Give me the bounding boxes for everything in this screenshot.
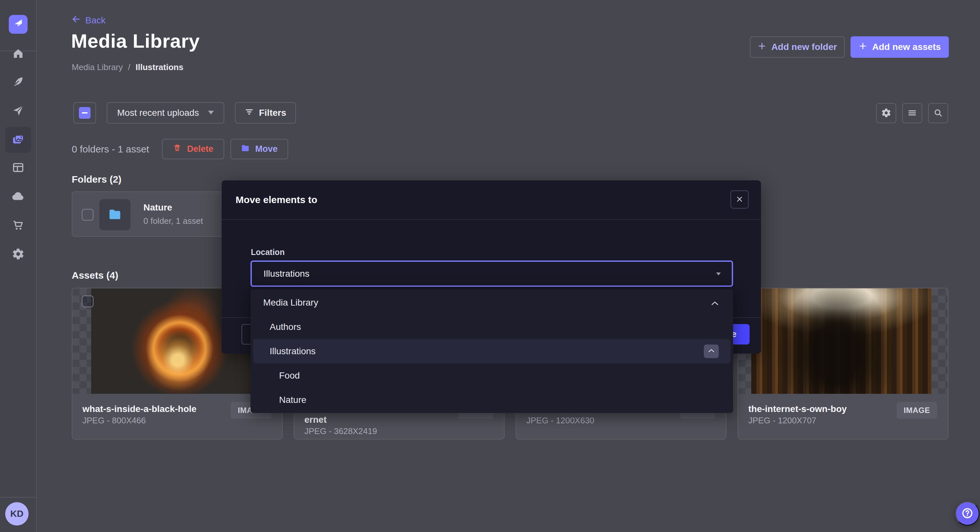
library-portrait-image [751,288,932,394]
chevron-up-icon [708,349,714,354]
search-button[interactable] [928,103,948,123]
media-library-page: KD Back Media Library Media Library / Il… [0,0,980,532]
sidebar-item-settings[interactable] [5,241,31,267]
sidebar-item-cloud[interactable] [5,184,31,210]
filter-icon [245,107,254,119]
search-icon [933,108,943,119]
add-new-folder-label: Add new folder [772,42,837,52]
cloud-icon [11,189,25,204]
paper-plane-icon [12,104,25,118]
filters-button[interactable]: Filters [235,102,296,124]
add-new-assets-button[interactable]: Add new assets [851,37,949,58]
breadcrumb-current: Illustrations [136,62,183,72]
folder-tile [99,199,130,230]
sort-value: Most recent uploads [117,108,199,118]
asset-meta: JPEG - 1200X630 [527,416,595,426]
plus-icon [859,42,867,52]
asset-type-badge: IMAGE [897,402,937,419]
add-new-assets-label: Add new assets [872,42,941,52]
breadcrumb-separator: / [128,62,130,72]
sidebar-item-home[interactable] [5,41,31,67]
folder-icon [241,143,250,155]
option-media-library[interactable]: Media Library [251,290,733,314]
folder-checkbox[interactable] [82,209,94,221]
asset-card-internet-own-boy[interactable]: the-internet-s-own-boy JPEG - 1200X707 I… [738,288,948,440]
option-food[interactable]: Food [251,363,733,387]
select-all-checkbox[interactable] [73,102,96,124]
asset-title: the-internet-s-own-boy [748,404,846,414]
chevron-up-icon[interactable] [711,297,719,308]
sort-select[interactable]: Most recent uploads [107,102,224,124]
gear-icon [12,248,25,262]
option-illustrations[interactable]: Illustrations [253,339,730,363]
asset-title: ernet [304,414,326,425]
modal-title: Move elements to [235,180,317,219]
breadcrumb: Media Library / Illustrations [72,62,183,72]
user-avatar[interactable]: KD [5,502,29,526]
sidebar-item-marketplace[interactable] [5,213,31,238]
folders-section-title: Folders (2) [72,174,121,185]
help-button[interactable] [955,502,979,526]
question-icon [961,507,974,521]
gear-icon [881,108,891,119]
close-icon [736,195,743,204]
list-view-button[interactable] [902,103,922,123]
location-select[interactable]: Illustrations [251,260,733,287]
list-icon [907,108,917,119]
option-label: Nature [279,395,306,405]
caret-down-icon [716,271,721,277]
folder-icon [108,207,122,222]
collapse-folder-button[interactable] [704,345,719,358]
option-label: Illustrations [270,346,316,357]
option-nature[interactable]: Nature [251,387,733,412]
delete-label: Delete [187,144,213,154]
asset-meta: JPEG - 800X466 [83,416,146,426]
location-label: Location [251,248,285,257]
option-label: Authors [270,322,301,332]
home-icon [12,47,25,61]
layout-icon [12,161,25,175]
trash-icon [173,143,182,155]
strapi-logo[interactable] [9,15,28,34]
location-select-value: Illustrations [264,268,310,279]
back-link[interactable]: Back [71,14,105,26]
modal-close-button[interactable] [730,191,749,209]
option-authors[interactable]: Authors [251,314,733,339]
selection-summary: 0 folders - 1 asset [72,139,149,159]
modal-header-divider [222,219,761,220]
asset-meta: JPEG - 3628X2419 [304,426,377,436]
view-settings-button[interactable] [876,103,896,123]
sidebar-item-content-manager[interactable] [5,155,31,181]
sidebar-item-content-writing[interactable] [5,69,31,95]
modal-header: Move elements to [222,180,761,219]
cart-icon [12,219,25,233]
folder-meta: 0 folder, 1 asset [143,216,203,226]
sidebar-divider-bottom [0,497,36,498]
user-initials: KD [10,509,23,519]
add-new-folder-button[interactable]: Add new folder [750,37,845,58]
move-label: Move [255,144,277,154]
delete-button[interactable]: Delete [162,139,224,159]
assets-section-title: Assets (4) [72,270,118,281]
asset-checkbox[interactable] [82,295,94,307]
sidebar-item-media-library[interactable] [5,127,31,153]
breadcrumb-parent[interactable]: Media Library [72,62,123,72]
filters-label: Filters [259,108,286,118]
caret-down-icon [208,111,214,116]
arrow-left-icon [71,14,81,26]
page-title: Media Library [71,30,200,52]
back-label: Back [85,15,105,25]
option-label: Media Library [263,297,318,308]
media-library-icon [11,133,25,147]
sidebar: KD [0,0,37,532]
strapi-logo-icon [13,18,24,30]
move-button[interactable]: Move [231,139,288,159]
sidebar-item-releases[interactable] [5,98,31,124]
option-label: Food [279,370,300,381]
asset-title: what-s-inside-a-black-hole [83,404,197,414]
location-dropdown: Media Library Authors Illustrations Food… [251,289,733,413]
feather-icon [12,75,25,89]
asset-meta: JPEG - 1200X707 [748,416,816,426]
plus-icon [758,42,766,52]
indeterminate-checkbox-icon [79,107,91,119]
